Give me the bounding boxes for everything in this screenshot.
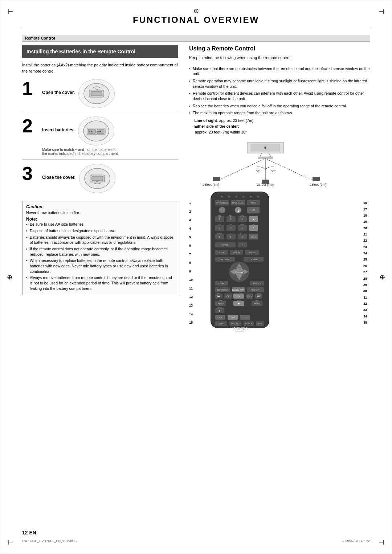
using-bullet-list: Make sure that there are no obstacles be… — [189, 66, 370, 116]
svg-text:ABC: ABC — [229, 215, 233, 217]
num-15: 15 — [189, 321, 195, 324]
step-1-image — [78, 79, 115, 108]
svg-text:ABC: ABC — [240, 215, 244, 217]
num-27: 27 — [363, 270, 370, 274]
svg-rect-29 — [262, 180, 269, 184]
svg-text:⊕: ⊕ — [99, 130, 102, 133]
svg-text:GHI: GHI — [218, 224, 221, 226]
svg-rect-2 — [91, 91, 102, 96]
svg-text:▷▷: ▷▷ — [248, 295, 252, 298]
footer: E9PG0CD_DVR7KC2_EN_v1.indd 12 2009/07/23… — [22, 537, 370, 543]
svg-text:MNO: MNO — [240, 224, 244, 226]
step-2-image: ⊕ ⊖ ⊕ ⊖ — [78, 116, 114, 145]
svg-text:INPUT SELECT: INPUT SELECT — [232, 202, 245, 204]
angle-diagram-area: 30° 30° 23feet (7m) 23feet (7m) 23feet (… — [189, 140, 370, 188]
svg-text:⏸: ⏸ — [218, 309, 221, 312]
num-33: 33 — [363, 308, 370, 312]
num-17: 17 — [363, 208, 370, 211]
svg-text:◁◁: ◁◁ — [226, 295, 230, 298]
angle-diagram-svg: 30° 30° 23feet (7m) 23feet (7m) 23feet (… — [189, 140, 342, 188]
num-23: 23 — [363, 245, 370, 249]
installing-title: Installing the Batteries in the Remote C… — [26, 48, 174, 55]
num-2: 2 — [189, 210, 195, 213]
num-28: 28 — [363, 277, 370, 280]
either-side-label: Either side of the center: — [194, 124, 239, 128]
installing-intro: Install the batteries (AAx2) matching th… — [22, 62, 178, 74]
svg-rect-18 — [258, 157, 273, 159]
svg-point-37 — [257, 196, 259, 198]
svg-text:TOP MENU: TOP MENU — [249, 258, 258, 260]
two-column-layout: Installing the Batteries in the Remote C… — [22, 45, 370, 332]
svg-point-19 — [264, 147, 266, 149]
num-1: 1 — [189, 201, 195, 205]
num-12: 12 — [189, 295, 195, 299]
page-number: 12 — [22, 530, 28, 535]
svg-text:ZOOM: ZOOM — [257, 323, 262, 325]
num-8: 8 — [189, 261, 195, 264]
corner-mark-br: ⊣ — [379, 538, 384, 546]
remote-section: 1 2 3 4 5 6 7 8 9 10 11 12 13 14 15 — [189, 190, 370, 332]
svg-point-36 — [250, 196, 252, 198]
svg-text:SEARCH: SEARCH — [245, 323, 252, 325]
footer-right: 2009/07/23 14:37:2 — [342, 539, 370, 543]
svg-text:STOP: STOP — [237, 300, 241, 301]
step-2-svg: ⊕ ⊖ ⊕ ⊖ — [82, 119, 111, 143]
svg-text:23feet (7m): 23feet (7m) — [203, 183, 219, 186]
num-34: 34 — [363, 315, 370, 318]
either-side-value: approx. 23 feet (7m) within 30° — [195, 130, 247, 134]
svg-text:HDMI: HDMI — [251, 202, 256, 204]
svg-rect-30 — [313, 177, 320, 181]
svg-text:TUV: TUV — [229, 233, 232, 234]
svg-text:TOSHIBA: TOSHIBA — [232, 327, 248, 331]
step-2-content: Insert batteries. ⊕ ⊖ — [42, 116, 178, 156]
num-30: 30 — [363, 289, 370, 293]
remote-svg-wrapper: OPEN/CLOSE INPUT SELECT HDMI ▷ ⏻ I/O I/O — [196, 190, 362, 332]
svg-text:DISPLAY: DISPLAY — [233, 251, 240, 254]
svg-text:INSTANT SKIP: INSTANT SKIP — [217, 289, 228, 291]
svg-text:DISC MENU: DISC MENU — [220, 258, 230, 260]
svg-text:I/O: I/O — [252, 209, 255, 211]
svg-text:CB: CB — [244, 316, 247, 319]
note-item-1: Be sure to use AA size batteries. — [26, 222, 174, 227]
remote-control-svg: OPEN/CLOSE INPUT SELECT HDMI ▷ ⏻ I/O I/O — [196, 190, 283, 332]
num-32: 32 — [363, 302, 370, 305]
svg-text:DVD: DVD — [231, 316, 235, 319]
svg-text:AUD.D: AUD.D — [249, 251, 255, 254]
svg-text:⏮ SKP: ⏮ SKP — [218, 303, 224, 305]
svg-text:SE-R0297: SE-R0297 — [236, 331, 244, 332]
center-mark-left: ⊕ — [7, 273, 12, 281]
num-16: 16 — [363, 201, 370, 205]
using-box: Using a Remote Control Keep in mind the … — [189, 45, 370, 135]
caution-text: Never throw batteries into a fire. — [26, 210, 174, 215]
num-13: 13 — [189, 304, 195, 307]
num-29: 29 — [363, 283, 370, 287]
num-5: 5 — [189, 235, 195, 239]
svg-text:⏮: ⏮ — [217, 295, 220, 298]
installing-title-box: Installing the Batteries in the Remote C… — [22, 45, 178, 58]
svg-text:PAUSE: PAUSE — [217, 307, 222, 309]
svg-text:SKIP: SKIP — [219, 300, 222, 301]
note-item-5: When necessary to replace batteries in t… — [26, 258, 174, 274]
either-side-line: - Either side of the center:approx. 23 f… — [192, 124, 370, 135]
svg-text:⊕: ⊕ — [90, 130, 93, 133]
svg-text:REV: REV — [217, 292, 221, 294]
center-mark-right: ⊕ — [380, 273, 385, 281]
step-3-number: 3 — [22, 164, 38, 183]
svg-text:RETURN: RETURN — [253, 282, 261, 284]
step-3-image — [79, 164, 115, 193]
using-intro: Keep in mind the following when using th… — [189, 55, 370, 61]
page: ⊢ ⊣ ⊢ ⊣ ⊕ ⊕ ⊕ FUNCTIONAL OVERVIEW Remote… — [0, 0, 392, 554]
svg-text:30°: 30° — [256, 169, 261, 173]
svg-line-16 — [260, 153, 262, 157]
section-header: Remote Control — [22, 35, 370, 42]
svg-rect-28 — [213, 177, 220, 181]
svg-text:SPACE: SPACE — [222, 244, 229, 246]
step-1-label: Open the cover. — [42, 90, 75, 95]
svg-text:⊖: ⊖ — [88, 130, 90, 133]
step-1-content: Open the cover. — [42, 79, 178, 108]
num-14: 14 — [189, 312, 195, 316]
step-1-number: 1 — [22, 79, 38, 98]
num-3: 3 — [189, 218, 195, 222]
using-item-2: Remote operation may become unreliable i… — [189, 78, 370, 89]
caution-box: Caution: Never throw batteries into a fi… — [22, 201, 178, 295]
